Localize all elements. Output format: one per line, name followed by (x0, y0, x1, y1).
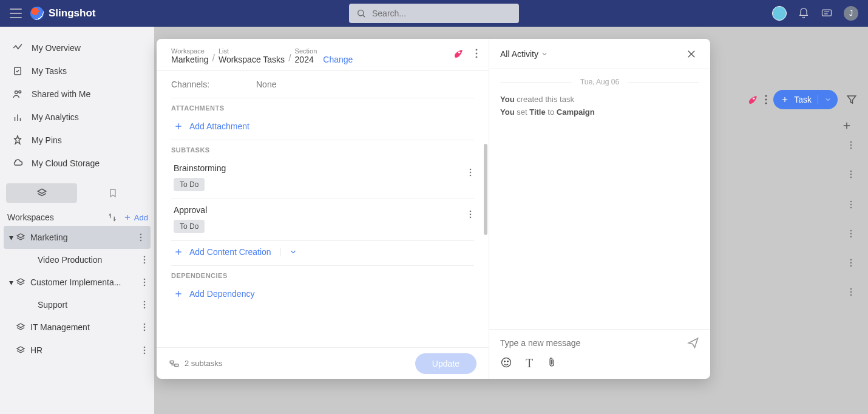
more-icon[interactable] (850, 259, 852, 267)
chevron-down-icon[interactable] (818, 96, 838, 103)
sidebar-tab-bookmarks[interactable] (77, 183, 148, 203)
subtask-count: 2 subtasks (169, 359, 222, 368)
svg-point-39 (765, 95, 767, 97)
more-icon[interactable] (850, 200, 852, 209)
more-icon[interactable] (475, 49, 478, 58)
notifications-icon[interactable] (798, 7, 810, 19)
menu-toggle[interactable] (10, 7, 22, 19)
profile-avatar[interactable] (772, 6, 787, 21)
svg-marker-30 (17, 324, 24, 328)
nav-my-overview[interactable]: My Overview (0, 36, 154, 59)
sort-icon[interactable] (107, 212, 117, 222)
message-input[interactable] (500, 338, 687, 348)
svg-point-74 (470, 211, 472, 212)
more-icon[interactable] (467, 166, 474, 179)
more-icon[interactable] (850, 170, 852, 178)
search-input[interactable] (372, 8, 512, 18)
subtasks-heading: SUBTASKS (157, 140, 489, 157)
more-icon[interactable] (141, 298, 148, 311)
svg-point-76 (470, 217, 472, 219)
svg-rect-81 (170, 361, 174, 363)
svg-point-38 (753, 98, 754, 100)
rocket-icon[interactable] (452, 47, 464, 59)
workspace-item[interactable]: ▾Marketing (4, 226, 151, 249)
change-link[interactable]: Change (323, 55, 353, 64)
more-icon[interactable] (137, 231, 144, 244)
scrollbar-thumb[interactable] (484, 144, 487, 235)
plus-icon (773, 95, 794, 104)
more-icon[interactable] (141, 321, 148, 334)
svg-point-20 (144, 256, 146, 258)
more-icon[interactable] (765, 95, 767, 104)
subtask-item[interactable]: BrainstormingTo Do (157, 157, 489, 199)
task-detail-modal: WorkspaceMarketing / ListWorkspace Tasks… (157, 39, 710, 379)
status-badge: To Do (174, 178, 205, 191)
modal-right-pane: All Activity Tue, Aug 06 You created thi… (489, 39, 710, 379)
nav-my-cloud-storage[interactable]: My Cloud Storage (0, 152, 154, 175)
subtask-item[interactable]: ApprovalTo Do (157, 199, 489, 240)
svg-point-65 (458, 52, 460, 53)
logo-mark (30, 7, 44, 20)
workspaces-heading: Workspaces (7, 212, 54, 222)
svg-point-85 (502, 358, 511, 367)
svg-point-22 (144, 262, 146, 264)
more-icon[interactable] (141, 344, 148, 357)
nav-shared-with-me[interactable]: Shared with Me (0, 83, 154, 106)
more-icon[interactable] (141, 253, 148, 266)
svg-rect-82 (175, 364, 178, 366)
more-icon[interactable] (850, 141, 852, 149)
more-icon[interactable] (850, 229, 852, 238)
more-icon[interactable] (467, 208, 474, 221)
nav-my-tasks[interactable]: My Tasks (0, 59, 154, 83)
svg-point-71 (470, 169, 472, 171)
workspace-item[interactable]: HR (0, 339, 154, 362)
svg-marker-16 (17, 234, 24, 238)
activity-filter-dropdown[interactable]: All Activity (500, 49, 548, 59)
svg-point-60 (850, 262, 852, 264)
svg-point-48 (850, 144, 852, 146)
close-icon[interactable] (683, 46, 699, 62)
filter-icon[interactable] (844, 92, 860, 107)
svg-point-87 (507, 361, 509, 362)
svg-point-28 (144, 304, 146, 306)
svg-point-63 (850, 291, 852, 293)
workspace-sub-item[interactable]: Video Production (0, 249, 154, 271)
add-attachment-button[interactable]: Add Attachment (157, 115, 489, 140)
more-icon[interactable] (141, 276, 148, 289)
svg-point-62 (850, 288, 852, 290)
chat-icon[interactable] (821, 7, 833, 19)
attach-icon[interactable] (546, 356, 557, 370)
add-row-icon[interactable] (841, 120, 852, 131)
new-task-button[interactable]: Task (773, 90, 838, 109)
workspace-item[interactable]: ▾Customer Implementa... (0, 271, 154, 294)
svg-point-6 (15, 91, 18, 94)
add-workspace-button[interactable]: Add (123, 213, 148, 222)
dependencies-heading: DEPENDENCIES (157, 266, 489, 283)
svg-marker-34 (17, 347, 24, 351)
svg-point-35 (144, 347, 146, 348)
svg-point-37 (144, 353, 146, 355)
emoji-icon[interactable] (500, 356, 512, 370)
workspace-sub-item[interactable]: Support (0, 294, 154, 316)
add-subtask-button[interactable]: Add Content Creation (174, 247, 271, 257)
rocket-icon[interactable] (747, 93, 759, 106)
caret-icon[interactable]: ▾ (7, 232, 15, 242)
list-toolbar: Task (747, 90, 860, 109)
add-dependency-button[interactable]: Add Dependency (157, 283, 489, 307)
svg-point-19 (140, 240, 142, 242)
format-icon[interactable]: T (526, 356, 533, 370)
workspace-item[interactable]: IT Management (0, 316, 154, 339)
search-box[interactable] (349, 4, 519, 23)
sidebar-tab-workspaces[interactable] (6, 183, 77, 203)
nav-my-analytics[interactable]: My Analytics (0, 106, 154, 129)
user-avatar[interactable]: J (844, 6, 858, 21)
caret-icon[interactable]: ▾ (7, 277, 15, 287)
send-icon[interactable] (687, 337, 699, 349)
nav-my-pins[interactable]: My Pins (0, 129, 154, 152)
svg-point-50 (850, 171, 852, 172)
more-icon[interactable] (850, 288, 852, 296)
svg-point-33 (144, 330, 146, 331)
chevron-down-icon[interactable] (280, 248, 297, 256)
brand-logo[interactable]: Slingshot (30, 7, 95, 20)
svg-point-47 (850, 141, 852, 143)
